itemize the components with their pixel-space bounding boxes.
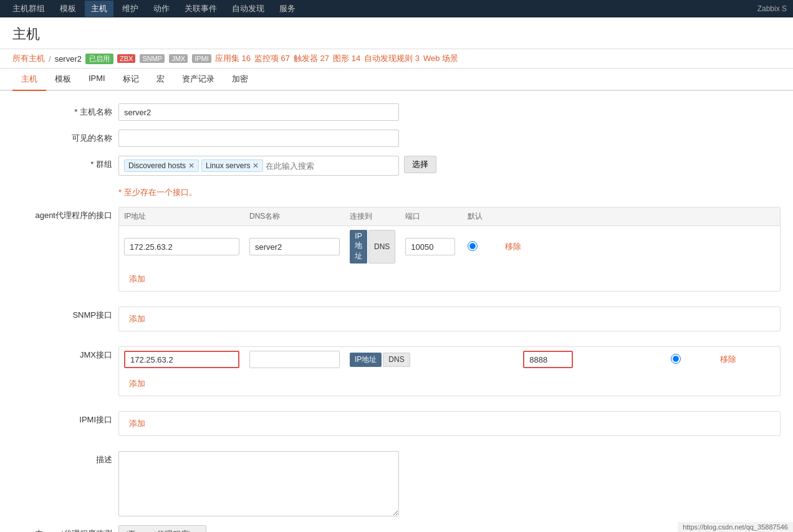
agent-connect-ip-btn[interactable]: IP地址 (350, 230, 367, 264)
th-ip: IP地址 (119, 207, 244, 226)
agent-interface-section: IP地址 DNS名称 连接到 端口 默认 (118, 207, 781, 292)
breadcrumb: 所有主机 / server2 已启用 ZBX SNMP JMX IPMI 应用集… (0, 49, 793, 69)
jmx-interface-table: IP地址 DNS 移除 (119, 347, 780, 372)
group-tag-linux-remove[interactable]: ✕ (252, 161, 259, 170)
nav-item-templates[interactable]: 模板 (54, 1, 82, 17)
breadcrumb-graphs[interactable]: 图形 14 (333, 53, 360, 64)
description-label: 描述 (12, 451, 112, 465)
agent-dns-input[interactable] (249, 238, 340, 255)
snmp-add-link[interactable]: 添加 (124, 310, 150, 328)
agent-port-input[interactable] (405, 238, 455, 255)
top-navigation: 主机群组 模板 主机 维护 动作 关联事件 自动发现 服务 Zabbix S (0, 0, 793, 17)
ipmi-interface-content: 添加 (118, 411, 781, 442)
page-title: 主机 (12, 25, 781, 44)
jmx-connect-ip-btn[interactable]: IP地址 (350, 353, 382, 367)
breadcrumb-app-set[interactable]: 应用集 16 (215, 53, 251, 64)
ipmi-interface-label: IPMI接口 (12, 411, 112, 425)
breadcrumb-triggers[interactable]: 触发器 27 (294, 53, 329, 64)
badge-jmx[interactable]: JMX (169, 54, 188, 63)
nav-item-hosts[interactable]: 主机 (85, 1, 113, 17)
agent-add-link[interactable]: 添加 (124, 270, 150, 288)
group-tag-linux-label: Linux servers (206, 161, 250, 170)
visible-name-label: 可见的名称 (12, 130, 112, 144)
group-tag-discovered: Discovered hosts ✕ (124, 159, 199, 172)
warning-message: * 至少存在一个接口。 (118, 184, 197, 198)
jmx-dns-input[interactable] (249, 351, 340, 368)
agent-ip-input[interactable] (124, 238, 239, 255)
jmx-interface-row: JMX接口 IP地址 (12, 346, 781, 402)
breadcrumb-all-hosts[interactable]: 所有主机 (12, 53, 45, 64)
badge-snmp[interactable]: SNMP (140, 54, 165, 63)
ipmi-interface-section: 添加 (118, 411, 781, 436)
badge-zbx[interactable]: ZBX (117, 54, 135, 63)
th-default: 默认 (463, 207, 500, 226)
agent-remove-link[interactable]: 移除 (505, 242, 521, 251)
jmx-interface-section: IP地址 DNS 移除 (118, 346, 781, 396)
tab-template[interactable]: 模板 (46, 69, 80, 91)
jmx-remove-link[interactable]: 移除 (720, 354, 736, 364)
jmx-add-link[interactable]: 添加 (124, 374, 150, 393)
breadcrumb-web[interactable]: Web 场景 (423, 53, 458, 64)
th-dns: DNS名称 (244, 207, 345, 226)
group-label: * 群组 (12, 156, 112, 170)
snmp-interface-row: SNMP接口 添加 (12, 306, 781, 338)
agent-interface-table: IP地址 DNS名称 连接到 端口 默认 (119, 207, 780, 267)
url-bar: https://blog.csdn.net/qq_35887546 (678, 522, 793, 532)
breadcrumb-auto-discovery[interactable]: 自动发现规则 3 (364, 53, 420, 64)
tab-tags[interactable]: 标记 (114, 69, 148, 91)
main-content: * 主机名称 可见的名称 * 群组 Discovered hosts ✕ Lin… (0, 91, 793, 532)
warning-row: * 至少存在一个接口。 (12, 184, 781, 198)
top-nav-right: Zabbix S (757, 4, 787, 13)
snmp-interface-content: 添加 (118, 306, 781, 338)
group-select-button[interactable]: 选择 (404, 156, 436, 173)
agent-interface-row: agent代理程序的接口 IP地址 DNS名称 连接到 端口 默认 (12, 207, 781, 298)
badge-enabled: 已启用 (85, 54, 113, 64)
agent-interface-row-data: IP地址 DNS 移除 (119, 226, 780, 268)
tab-macros[interactable]: 宏 (148, 69, 173, 91)
jmx-connect-dns-btn[interactable]: DNS (383, 353, 410, 367)
group-row: * 群组 Discovered hosts ✕ Linux servers ✕ … (12, 156, 781, 176)
nav-item-host-groups[interactable]: 主机群组 (6, 1, 51, 17)
description-textarea[interactable] (118, 451, 399, 516)
sub-tabs: 主机 模板 IPMI 标记 宏 资产记录 加密 (0, 69, 793, 91)
group-tags-container[interactable]: Discovered hosts ✕ Linux servers ✕ (118, 156, 399, 176)
agent-interface-label: agent代理程序的接口 (12, 207, 112, 221)
jmx-interface-label: JMX接口 (12, 346, 112, 361)
agent-default-radio[interactable] (468, 241, 478, 251)
ipmi-interface-row: IPMI接口 添加 (12, 411, 781, 442)
tab-assets[interactable]: 资产记录 (173, 69, 223, 91)
group-tag-discovered-remove[interactable]: ✕ (188, 161, 195, 170)
agent-interface-content: IP地址 DNS名称 连接到 端口 默认 (118, 207, 781, 298)
badge-ipmi[interactable]: IPMI (192, 54, 211, 63)
nav-item-services[interactable]: 服务 (273, 1, 302, 17)
hostname-input[interactable] (118, 103, 399, 121)
breadcrumb-monitors[interactable]: 监控项 67 (254, 53, 290, 64)
ipmi-add-link[interactable]: 添加 (124, 414, 150, 433)
jmx-ip-input[interactable] (124, 351, 239, 368)
group-search-input[interactable] (266, 160, 393, 172)
nav-item-autodiscovery[interactable]: 自动发现 (226, 1, 271, 17)
monitored-by-select[interactable]: (无agent代理程序) 服务器 代理程序 (118, 525, 206, 532)
page-title-bar: 主机 (0, 17, 793, 49)
nav-item-maintenance[interactable]: 维护 (116, 1, 145, 17)
hostname-label: * 主机名称 (12, 103, 112, 118)
visible-name-input[interactable] (118, 130, 399, 147)
monitored-by-label: 由agent代理程序监测 (12, 525, 112, 532)
breadcrumb-sep1: / (49, 54, 51, 64)
jmx-interface-row-data: IP地址 DNS 移除 (119, 347, 780, 372)
jmx-port-input[interactable] (523, 351, 573, 368)
monitored-by-row: 由agent代理程序监测 (无agent代理程序) 服务器 代理程序 (12, 525, 781, 532)
nav-item-actions[interactable]: 动作 (147, 1, 176, 17)
tab-ipmi[interactable]: IPMI (80, 69, 114, 91)
jmx-interface-content: IP地址 DNS 移除 (118, 346, 781, 402)
jmx-default-radio[interactable] (671, 354, 681, 364)
nav-item-correlation[interactable]: 关联事件 (178, 1, 223, 17)
agent-connect-dns-btn[interactable]: DNS (368, 230, 395, 264)
th-port: 端口 (400, 207, 463, 226)
snmp-interface-section: 添加 (118, 306, 781, 331)
tab-host[interactable]: 主机 (12, 69, 46, 91)
hostname-row: * 主机名称 (12, 103, 781, 121)
group-tag-discovered-label: Discovered hosts (128, 161, 186, 170)
tab-encryption[interactable]: 加密 (223, 69, 257, 91)
th-connect: 连接到 (345, 207, 400, 226)
